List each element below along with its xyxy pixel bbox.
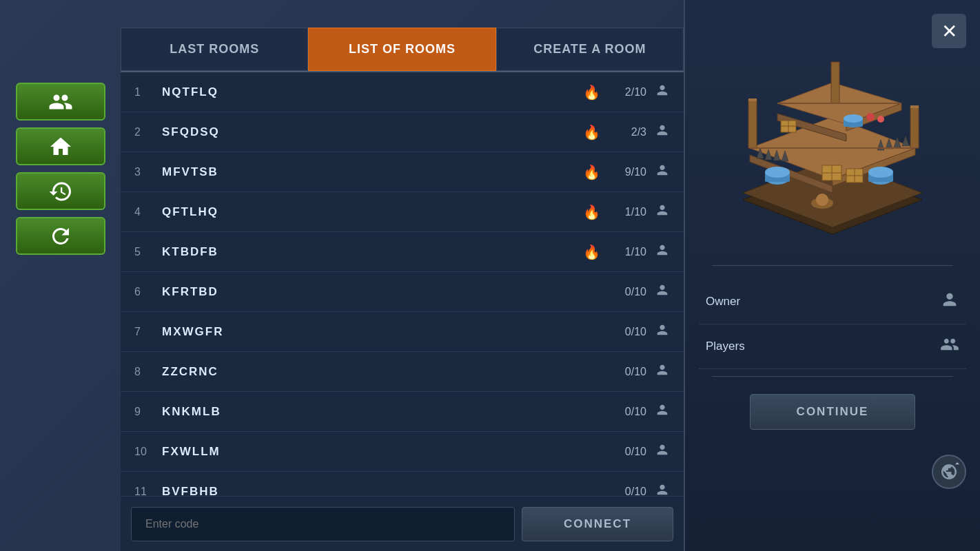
right-bottom: CONTINUE — [750, 384, 915, 440]
players-icon — [940, 335, 959, 358]
room-name: QFTLHQ — [162, 205, 583, 219]
room-row[interactable]: 2 SFQDSQ 🔥 2/3 — [121, 112, 684, 152]
map-preview — [702, 14, 963, 248]
room-info: Owner Players — [699, 280, 966, 369]
room-number: 4 — [134, 206, 162, 218]
room-name: KNKMLB — [162, 405, 586, 419]
room-name: MFVTSB — [162, 165, 583, 179]
room-number: 3 — [134, 166, 162, 178]
room-number: 10 — [134, 446, 162, 458]
room-row[interactable]: 1 NQTFLQ 🔥 2/10 — [121, 72, 684, 112]
svg-point-36 — [866, 113, 875, 121]
person-icon — [655, 242, 670, 261]
room-row[interactable]: 10 FXWLLM 0/10 — [121, 432, 684, 472]
right-panel: ✕ — [684, 0, 980, 551]
sidebar-history-button[interactable] — [16, 172, 105, 210]
player-count: 2/10 — [609, 86, 646, 98]
room-name: KFRTBD — [162, 285, 586, 299]
players-row: Players — [699, 324, 966, 369]
owner-row: Owner — [699, 280, 966, 324]
person-icon — [655, 83, 670, 101]
player-count: 0/10 — [609, 326, 646, 338]
room-row[interactable]: 9 KNKMLB 0/10 — [121, 392, 684, 432]
fire-icon: 🔥 — [583, 244, 600, 260]
player-count: 0/10 — [609, 406, 646, 418]
svg-rect-12 — [831, 62, 839, 103]
player-count: 0/10 — [609, 366, 646, 378]
person-icon — [655, 362, 670, 381]
tab-create-a-room[interactable]: CREATE A ROOM — [496, 28, 684, 71]
room-number: 9 — [134, 406, 162, 418]
fire-icon: 🔥 — [583, 124, 600, 141]
person-icon — [655, 123, 670, 141]
room-name: SFQDSQ — [162, 125, 583, 139]
svg-rect-9 — [748, 98, 757, 101]
fire-icon: 🔥 — [583, 84, 600, 101]
room-row[interactable]: 7 MXWGFR 0/10 — [121, 312, 684, 352]
player-count: 0/10 — [609, 446, 646, 458]
svg-point-23 — [765, 167, 790, 178]
code-input[interactable] — [131, 507, 515, 541]
svg-point-26 — [868, 167, 893, 178]
divider-top — [712, 265, 952, 266]
divider-bottom — [712, 376, 952, 377]
sidebar-home-button[interactable] — [16, 127, 105, 165]
room-number: 5 — [134, 246, 162, 258]
sidebar-people-button[interactable] — [16, 83, 105, 121]
player-count: 9/10 — [609, 166, 646, 178]
main-panel: LAST ROOMS LIST OF ROOMS CREATE A ROOM 1… — [121, 0, 684, 551]
room-name: BVFBHB — [162, 485, 586, 497]
room-row[interactable]: 3 MFVTSB 🔥 9/10 — [121, 152, 684, 192]
continue-button[interactable]: CONTINUE — [750, 394, 915, 430]
room-row[interactable]: 5 KTBDFB 🔥 1/10 — [121, 232, 684, 272]
close-button[interactable]: ✕ — [932, 14, 966, 48]
room-number: 11 — [134, 486, 162, 497]
person-icon — [655, 282, 670, 301]
svg-point-44 — [816, 194, 828, 206]
svg-point-35 — [844, 114, 863, 123]
players-label: Players — [706, 340, 745, 353]
room-number: 8 — [134, 366, 162, 378]
owner-label: Owner — [706, 295, 740, 309]
room-name: MXWGFR — [162, 325, 586, 339]
person-icon — [655, 402, 670, 421]
player-count: 0/10 — [609, 486, 646, 497]
room-row[interactable]: 6 KFRTBD 0/10 — [121, 272, 684, 312]
person-icon — [655, 163, 670, 181]
tabs: LAST ROOMS LIST OF ROOMS CREATE A ROOM — [121, 28, 684, 72]
fire-icon: 🔥 — [583, 164, 600, 180]
person-icon — [655, 482, 670, 496]
player-count: 2/3 — [609, 126, 646, 138]
sidebar-refresh-button[interactable] — [16, 217, 105, 255]
bottom-bar: CONNECT — [121, 496, 684, 551]
connect-button[interactable]: CONNECT — [522, 507, 673, 541]
room-row[interactable]: 8 ZZCRNC 0/10 — [121, 352, 684, 392]
person-icon — [655, 202, 670, 221]
room-number: 1 — [134, 86, 162, 98]
tab-list-of-rooms[interactable]: LIST OF ROOMS — [308, 28, 496, 71]
fire-icon: 🔥 — [583, 204, 600, 220]
room-name: ZZCRNC — [162, 365, 586, 379]
svg-rect-10 — [910, 107, 919, 148]
room-list: 1 NQTFLQ 🔥 2/10 2 SFQDSQ 🔥 2/3 3 MFVTSB … — [121, 72, 684, 496]
person-icon — [655, 322, 670, 341]
player-count: 1/10 — [609, 206, 646, 218]
globe-button[interactable] — [932, 455, 966, 489]
svg-rect-8 — [748, 100, 757, 148]
svg-rect-11 — [910, 105, 919, 108]
room-row[interactable]: 11 BVFBHB 0/10 — [121, 472, 684, 496]
tab-last-rooms[interactable]: LAST ROOMS — [121, 28, 308, 71]
room-name: FXWLLM — [162, 445, 586, 459]
room-name: NQTFLQ — [162, 85, 583, 99]
player-count: 1/10 — [609, 246, 646, 258]
svg-marker-20 — [902, 136, 909, 146]
room-name: KTBDFB — [162, 245, 583, 259]
room-number: 7 — [134, 326, 162, 338]
sidebar — [0, 0, 121, 551]
player-count: 0/10 — [609, 286, 646, 298]
screen: LAST ROOMS LIST OF ROOMS CREATE A ROOM 1… — [0, 0, 980, 551]
room-row[interactable]: 4 QFTLHQ 🔥 1/10 — [121, 192, 684, 232]
room-number: 6 — [134, 286, 162, 298]
person-icon — [655, 442, 670, 461]
owner-icon — [940, 290, 959, 313]
